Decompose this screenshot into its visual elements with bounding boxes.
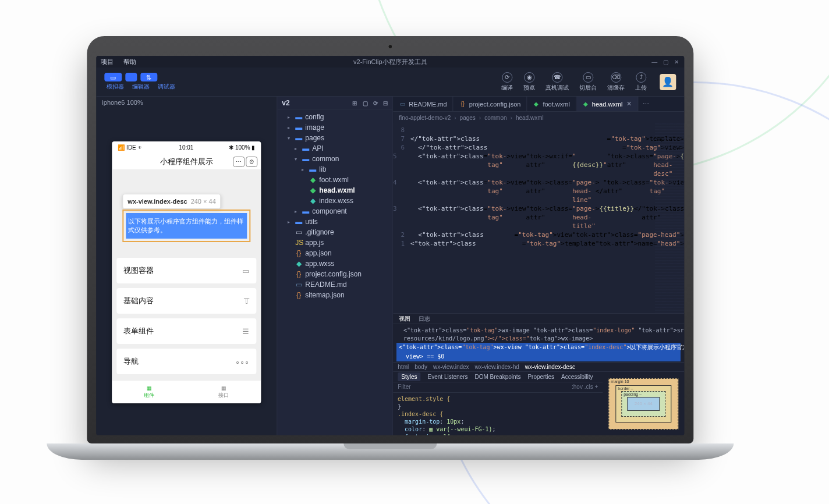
inspect-tooltip: wx-view.index-desc 240 × 44 xyxy=(122,194,221,209)
win-min-icon[interactable]: — xyxy=(651,59,657,65)
laptop-mockup: 项目 帮助 v2-FinClip小程序开发工具 — ▢ ✕ ▭⇅ 模拟器编辑器调… xyxy=(87,36,693,460)
mode-tab-2[interactable]: ⇅ xyxy=(140,73,157,81)
tree-item[interactable]: ▾▬pages xyxy=(277,133,392,143)
styles-rules[interactable]: element.style {}.index-desc { </span> ma… xyxy=(393,393,603,435)
tree-item[interactable]: ▭.gitignore xyxy=(277,227,392,237)
tree-item[interactable]: ▸▬config xyxy=(277,112,392,122)
capsule-close-icon[interactable]: ⊙ xyxy=(246,157,257,167)
action-切后台[interactable]: ▭切后台 xyxy=(579,72,597,92)
styles-tab[interactable]: Event Listeners xyxy=(428,374,468,380)
tree-item[interactable]: ◆head.wxml xyxy=(277,185,392,196)
styles-tab[interactable]: Properties xyxy=(527,374,554,380)
tabs-overflow-icon[interactable]: ⋯ xyxy=(638,97,654,111)
action-上传[interactable]: ⤴上传 xyxy=(635,72,647,92)
new-file-icon[interactable]: ⊞ xyxy=(352,100,357,107)
tree-item[interactable]: ▸▬utils xyxy=(277,216,392,227)
code-editor[interactable]: 87</"tok-attr">class="tok-tag">template>… xyxy=(393,123,684,313)
elements-path[interactable]: htmlbodywx-view.indexwx-view.index-hdwx-… xyxy=(393,362,684,371)
tree-item[interactable]: ▭README.md xyxy=(277,279,392,290)
path-crumb[interactable]: html xyxy=(398,364,409,370)
styles-filter-tools[interactable]: :hov .cls + xyxy=(572,384,598,391)
crumb[interactable]: fino-applet-demo-v2 xyxy=(399,115,451,121)
tree-item[interactable]: JSapp.js xyxy=(277,237,392,248)
tree-item[interactable]: ▸▬image xyxy=(277,122,392,133)
simulator-panel: iphone6 100% 📶 IDE ᯤ 10:01 ✱ 100% ▮ 小程序组… xyxy=(96,97,277,435)
tree-item[interactable]: ▸▬component xyxy=(277,206,392,216)
mode-label-1: 编辑器 xyxy=(130,83,152,91)
sim-tab[interactable]: ▦接口 xyxy=(186,381,261,403)
collapse-icon[interactable]: ⊟ xyxy=(383,100,388,107)
mode-label-0: 模拟器 xyxy=(104,83,126,91)
crumb[interactable]: head.wxml xyxy=(516,115,544,121)
toolbar: ▭⇅ 模拟器编辑器调试器 ⟳编译◉预览☎真机调试▭切后台⌫清缓存⤴上传👤 xyxy=(96,68,684,97)
tree-item[interactable]: ▸▬lib xyxy=(277,164,392,175)
phone-status-bar: 📶 IDE ᯤ 10:01 ✱ 100% ▮ xyxy=(112,141,261,154)
tree-item[interactable]: {}project.config.json xyxy=(277,269,392,279)
mode-tab-1[interactable] xyxy=(125,73,137,81)
path-crumb[interactable]: wx-view.index xyxy=(433,364,469,370)
devtools: 视图 日志 <"tok-attr">class="tok-tag">wx-ima… xyxy=(393,313,684,435)
window-title: v2-FinClip小程序开发工具 xyxy=(96,58,684,66)
win-max-icon[interactable]: ▢ xyxy=(663,59,668,65)
win-close-icon[interactable]: ✕ xyxy=(674,59,679,65)
refresh-icon[interactable]: ⟳ xyxy=(373,100,378,107)
inspect-highlight: 以下将展示小程序官方组件能力，组件样式仅供参考。 xyxy=(126,213,247,239)
crumb[interactable]: pages xyxy=(460,115,476,121)
project-root: v2 xyxy=(282,99,289,107)
crumb[interactable]: common xyxy=(484,115,506,121)
menu-project[interactable]: 项目 xyxy=(101,58,114,65)
action-预览[interactable]: ◉预览 xyxy=(523,72,535,92)
camera-dot xyxy=(388,44,392,49)
styles-filter-input[interactable]: Filter xyxy=(398,384,410,391)
action-编译[interactable]: ⟳编译 xyxy=(501,72,513,92)
capsule-menu-icon[interactable]: ⋯ xyxy=(233,157,245,167)
sim-section[interactable]: 视图容器▭ xyxy=(116,258,256,283)
editor-tab[interactable]: ▭README.md xyxy=(393,97,453,111)
path-crumb[interactable]: wx-view.index-hd xyxy=(475,364,519,370)
sim-section[interactable]: 基础内容𝕋 xyxy=(116,288,256,314)
tree-item[interactable]: {}sitemap.json xyxy=(277,290,392,300)
elements-tree[interactable]: <"tok-attr">class="tok-tag">wx-image "to… xyxy=(393,324,684,362)
mode-label-2: 调试器 xyxy=(155,83,178,91)
action-真机调试[interactable]: ☎真机调试 xyxy=(545,72,569,92)
phone-title: 小程序组件展示 xyxy=(160,157,213,167)
phone-frame: 📶 IDE ᯤ 10:01 ✱ 100% ▮ 小程序组件展示 ⋯ ⊙ xyxy=(112,141,261,403)
tree-item[interactable]: ◆index.wxss xyxy=(277,196,392,206)
tree-item[interactable]: ▸▬API xyxy=(277,143,392,154)
menubar: 项目 帮助 v2-FinClip小程序开发工具 — ▢ ✕ xyxy=(96,56,684,68)
tree-item[interactable]: ▾▬common xyxy=(277,154,392,164)
editor-tab[interactable]: ◆head.wxml✕ xyxy=(576,97,639,111)
styles-tab[interactable]: DOM Breakpoints xyxy=(474,374,520,380)
tree-item[interactable]: ◆app.wxss xyxy=(277,258,392,269)
tree-item[interactable]: ◆foot.wxml xyxy=(277,175,392,185)
path-crumb[interactable]: body xyxy=(414,364,427,370)
mode-tab-0[interactable]: ▭ xyxy=(104,73,122,81)
close-icon[interactable]: ✕ xyxy=(626,100,632,108)
new-folder-icon[interactable]: ▢ xyxy=(363,100,368,107)
sim-section[interactable]: 表单组件☰ xyxy=(116,318,256,344)
path-crumb[interactable]: wx-view.index-desc xyxy=(525,364,575,370)
file-explorer: v2 ⊞ ▢ ⟳ ⊟ ▸▬config▸▬image▾▬pages▸▬API▾▬… xyxy=(277,97,393,435)
avatar[interactable]: 👤 xyxy=(660,74,676,90)
sim-section[interactable]: 导航∘∘∘ xyxy=(116,349,256,374)
sim-device-label: iphone6 100% xyxy=(96,97,277,109)
minimap[interactable] xyxy=(655,123,684,313)
tree-item[interactable]: {}app.json xyxy=(277,248,392,258)
devtools-tab-elements[interactable]: 视图 xyxy=(399,315,410,323)
sim-tab[interactable]: ▦组件 xyxy=(112,381,186,403)
breadcrumb: fino-applet-demo-v2›pages›common›head.wx… xyxy=(393,112,684,123)
box-model: margin 10 border – padding – 240 × 44 xyxy=(603,372,684,435)
editor-tab[interactable]: {}project.config.json xyxy=(454,97,527,111)
menu-help[interactable]: 帮助 xyxy=(123,58,136,65)
app-screen: 项目 帮助 v2-FinClip小程序开发工具 — ▢ ✕ ▭⇅ 模拟器编辑器调… xyxy=(96,56,684,435)
phone-nav: 小程序组件展示 ⋯ ⊙ xyxy=(112,154,261,170)
editor-tab[interactable]: ◆foot.wxml xyxy=(527,97,576,111)
devtools-tab-console[interactable]: 日志 xyxy=(419,315,430,323)
styles-tab[interactable]: Styles xyxy=(398,372,420,381)
action-清缓存[interactable]: ⌫清缓存 xyxy=(607,72,625,92)
styles-tab[interactable]: Accessibility xyxy=(561,374,593,380)
editor-pane: ▭README.md{}project.config.json◆foot.wxm… xyxy=(393,97,684,435)
